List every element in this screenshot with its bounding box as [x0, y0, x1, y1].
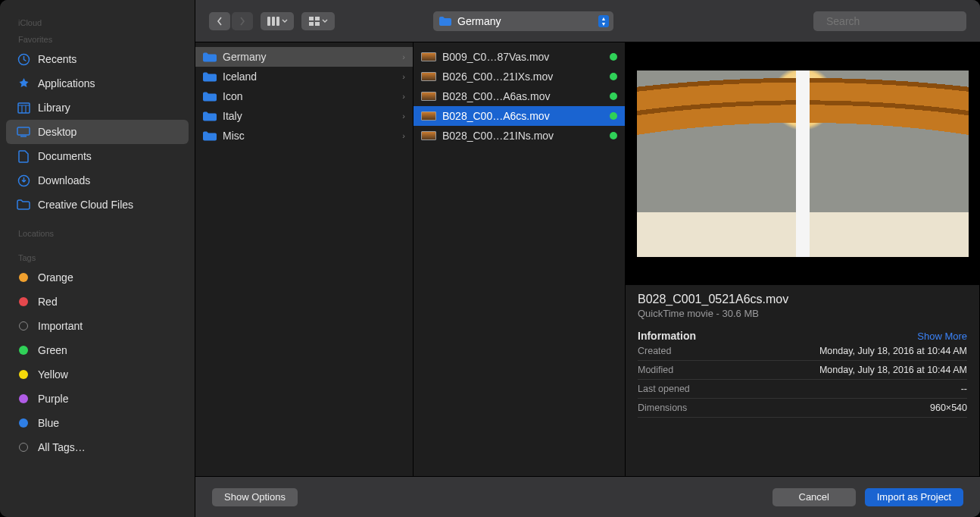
tag-dot-icon [610, 132, 617, 139]
chevron-right-icon: › [402, 52, 405, 61]
tag-outline-icon [19, 443, 28, 452]
file-label: B028_C00…21INs.mov [442, 130, 604, 142]
folder-row[interactable]: Italy › [195, 106, 413, 126]
chevron-left-icon [217, 17, 223, 26]
dialog-footer: Show Options Cancel Import as Project [195, 476, 980, 517]
show-more-link[interactable]: Show More [917, 331, 967, 342]
sidebar-item-label: Library [38, 102, 70, 114]
file-row[interactable]: B028_C00…A6as.mov [414, 86, 625, 106]
tag-dot-icon [19, 370, 28, 379]
file-column[interactable]: B009_C0…87Vas.mov B026_C00…21IXs.mov B02… [414, 42, 626, 476]
svg-rect-10 [315, 22, 320, 26]
chevron-down-icon [282, 19, 288, 24]
desktop-icon [17, 125, 30, 139]
view-mode-button[interactable] [261, 12, 294, 30]
columns-icon [17, 101, 30, 114]
folder-row[interactable]: Icon › [195, 86, 413, 106]
svg-rect-2 [17, 127, 30, 135]
sidebar-header-tags: Tags [0, 249, 195, 265]
tag-dot-icon [19, 394, 28, 403]
svg-rect-6 [276, 17, 279, 26]
sidebar-item-tag-blue[interactable]: Blue [6, 411, 189, 435]
file-row[interactable]: B026_C00…21IXs.mov [414, 67, 625, 86]
info-value: -- [961, 384, 967, 394]
preview-thumbnail [637, 70, 969, 257]
cancel-button[interactable]: Cancel [772, 488, 856, 506]
svg-rect-9 [309, 22, 314, 26]
info-block: B028_C001_0521A6cs.mov QuickTime movie -… [626, 285, 979, 418]
column-browser: Germany › Iceland › Icon › Italy › Misc … [195, 42, 980, 476]
file-thumb-icon [421, 72, 436, 81]
sidebar-header-icloud: iCloud [0, 14, 195, 30]
folder-column[interactable]: Germany › Iceland › Icon › Italy › Misc … [195, 42, 414, 476]
folder-row[interactable]: Iceland › [195, 67, 413, 86]
file-label: B026_C00…21IXs.mov [442, 70, 604, 83]
sidebar-item-recents[interactable]: Recents [6, 47, 189, 71]
sidebar-item-tag-orange[interactable]: Orange [6, 265, 189, 290]
sidebar-item-documents[interactable]: Documents [6, 144, 189, 168]
folder-row[interactable]: Germany › [195, 47, 413, 67]
info-row: Dimensions 960×540 [638, 399, 967, 418]
info-key: Created [638, 346, 671, 356]
sidebar-item-creative-cloud[interactable]: Creative Cloud Files [6, 193, 189, 217]
grid-icon [309, 17, 320, 26]
folder-row[interactable]: Misc › [195, 126, 413, 146]
sidebar: iCloud Favorites Recents Applications Li… [0, 0, 195, 517]
sidebar-item-downloads[interactable]: Downloads [6, 168, 189, 193]
info-key: Dimensions [638, 403, 687, 413]
chevron-down-icon [322, 19, 328, 24]
sidebar-item-tag-purple[interactable]: Purple [6, 387, 189, 411]
file-row[interactable]: B028_C00…A6cs.mov [414, 106, 625, 126]
sidebar-item-label: Desktop [38, 126, 76, 138]
arrange-button[interactable] [301, 12, 335, 30]
path-label: Germany [457, 15, 501, 27]
file-row[interactable]: B009_C0…87Vas.mov [414, 47, 625, 67]
file-label: B028_C00…A6cs.mov [442, 110, 604, 122]
toolbar: Germany ▲▼ [195, 0, 980, 42]
preview-subtitle: QuickTime movie - 30.6 MB [638, 308, 967, 319]
sidebar-item-tag-important[interactable]: Important [6, 314, 189, 338]
sidebar-header-locations: Locations [0, 224, 195, 241]
info-row: Modified Monday, July 18, 2016 at 10:44 … [638, 361, 967, 380]
search-input[interactable] [826, 15, 959, 27]
preview-filename: B028_C001_0521A6cs.mov [638, 293, 967, 306]
appstore-icon [17, 77, 30, 90]
sidebar-item-label: Downloads [38, 174, 90, 186]
sidebar-item-label: All Tags… [38, 441, 86, 453]
tag-dot-icon [19, 297, 28, 306]
nav-back-button[interactable] [209, 12, 230, 30]
search-icon [821, 16, 822, 26]
sidebar-item-label: Orange [38, 271, 73, 284]
sidebar-item-label: Documents [38, 150, 92, 162]
svg-rect-8 [315, 17, 320, 20]
preview-letterbox [626, 42, 979, 285]
sidebar-item-applications[interactable]: Applications [6, 71, 189, 96]
import-button[interactable]: Import as Project [865, 488, 963, 506]
show-options-button[interactable]: Show Options [212, 488, 298, 506]
search-field[interactable] [813, 11, 966, 31]
sidebar-item-tag-red[interactable]: Red [6, 290, 189, 314]
chevron-right-icon: › [402, 111, 405, 121]
path-select[interactable]: Germany ▲▼ [433, 11, 613, 31]
sidebar-item-label: Recents [38, 53, 76, 65]
folder-label: Iceland [223, 70, 396, 83]
clock-icon [17, 52, 30, 66]
nav-forward-button[interactable] [232, 12, 253, 30]
sidebar-item-library[interactable]: Library [6, 96, 189, 120]
tag-dot-icon [610, 92, 617, 100]
sidebar-item-tag-all[interactable]: All Tags… [6, 435, 189, 459]
sidebar-item-tag-green[interactable]: Green [6, 338, 189, 362]
info-row: Created Monday, July 18, 2016 at 10:44 A… [638, 342, 967, 361]
download-icon [17, 174, 30, 187]
sidebar-item-desktop[interactable]: Desktop [6, 120, 189, 144]
sidebar-header-favorites: Favorites [0, 30, 195, 47]
folder-label: Italy [223, 110, 396, 122]
sidebar-item-label: Applications [38, 77, 95, 89]
sidebar-item-label: Purple [38, 393, 68, 405]
sidebar-item-label: Green [38, 344, 67, 356]
file-label: B009_C0…87Vas.mov [442, 51, 604, 63]
sidebar-item-tag-yellow[interactable]: Yellow [6, 362, 189, 387]
file-row[interactable]: B028_C00…21INs.mov [414, 126, 625, 146]
svg-rect-7 [309, 17, 314, 20]
sidebar-item-label: Red [38, 296, 58, 308]
